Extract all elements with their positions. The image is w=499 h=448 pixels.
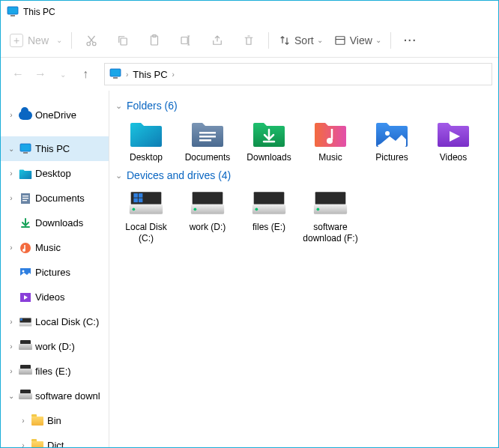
svg-rect-28 <box>133 199 138 203</box>
delete-button[interactable] <box>234 28 264 53</box>
svg-point-16 <box>22 249 25 252</box>
svg-point-31 <box>194 208 197 211</box>
more-button[interactable]: ··· <box>396 28 426 53</box>
sidebar-item-downloads[interactable]: Downloads <box>1 211 109 235</box>
folder-pictures[interactable]: Pictures <box>364 118 420 163</box>
svg-rect-27 <box>139 193 143 198</box>
svg-rect-14 <box>22 200 27 201</box>
svg-rect-6 <box>121 38 127 45</box>
sidebar-item-label: Videos <box>35 291 109 303</box>
plus-icon: + <box>10 34 23 47</box>
share-button[interactable] <box>202 28 232 53</box>
svg-point-33 <box>317 208 320 211</box>
sidebar-item-label: work (D:) <box>35 341 109 352</box>
pictures-icon <box>19 266 32 279</box>
folder-videos[interactable]: Videos <box>426 118 481 163</box>
chevron-right-icon: › <box>7 194 16 202</box>
item-label: Music <box>318 152 342 163</box>
copy-button[interactable] <box>108 28 138 53</box>
music-icon <box>313 118 348 148</box>
svg-point-32 <box>255 208 258 211</box>
folder-icon <box>31 439 44 448</box>
sidebar-item-local-disk[interactable]: › Local Disk (C:) <box>1 309 109 334</box>
chevron-right-icon: › <box>126 70 128 79</box>
cut-button[interactable] <box>76 28 106 53</box>
recent-button[interactable]: ⌄ <box>52 63 74 85</box>
sidebar-item-dict[interactable]: › Dict <box>1 433 109 447</box>
item-label: Documents <box>185 152 231 163</box>
chevron-down-icon: ⌄ <box>7 392 16 400</box>
rename-button[interactable] <box>171 28 201 53</box>
forward-button[interactable]: → <box>29 63 52 85</box>
up-button[interactable]: ↑ <box>74 63 97 85</box>
chevron-right-icon: › <box>19 417 28 425</box>
folders-grid: Desktop Documents Downloads Music Pictur… <box>114 118 494 163</box>
view-icon <box>333 34 347 47</box>
svg-rect-12 <box>22 196 28 196</box>
drive-icon <box>312 188 348 218</box>
folder-documents[interactable]: Documents <box>180 118 235 163</box>
svg-rect-10 <box>336 36 345 44</box>
drive-d[interactable]: work (D:) <box>180 187 235 244</box>
documents-icon <box>190 118 225 148</box>
chevron-right-icon: › <box>7 169 16 178</box>
chevron-right-icon: › <box>7 367 16 375</box>
sort-label: Sort <box>294 34 314 46</box>
sidebar-item-music[interactable]: › Music <box>1 235 109 260</box>
svg-rect-29 <box>139 199 143 203</box>
section-drives[interactable]: ⌄ Devices and drives (4) <box>115 169 494 181</box>
chevron-down-icon: ⌄ <box>56 36 62 44</box>
new-button[interactable]: + New ⌄ <box>5 28 67 53</box>
sort-icon <box>278 34 291 47</box>
folder-music[interactable]: Music <box>303 118 358 163</box>
sidebar-item-pictures[interactable]: Pictures <box>1 260 109 285</box>
rename-icon <box>179 34 193 47</box>
drive-e[interactable]: files (E:) <box>241 187 297 244</box>
cut-icon <box>85 34 98 47</box>
section-folders[interactable]: ⌄ Folders (6) <box>115 100 494 112</box>
pc-icon <box>109 68 121 80</box>
item-label: work (D:) <box>190 222 226 233</box>
svg-rect-26 <box>133 193 138 198</box>
main-content: ⌄ Folders (6) Desktop Documents Download… <box>109 91 498 447</box>
sidebar-item-software[interactable]: ⌄ software downl <box>1 384 109 408</box>
copy-icon <box>116 34 130 47</box>
navbar: ← → ⌄ ↑ › This PC › <box>1 58 498 91</box>
drive-icon <box>19 340 32 354</box>
paste-button[interactable] <box>139 28 169 53</box>
chevron-down-icon: ⌄ <box>375 36 381 44</box>
drive-c[interactable]: Local Disk (C:) <box>118 187 174 244</box>
sidebar-item-label: Local Disk (C:) <box>35 316 109 327</box>
sort-button[interactable]: Sort ⌄ <box>273 28 327 53</box>
toolbar: + New ⌄ Sort ⌄ View ⌄ ··· <box>1 23 498 58</box>
folder-desktop[interactable]: Desktop <box>118 118 174 163</box>
view-button[interactable]: View ⌄ <box>329 28 386 53</box>
sidebar-item-label: Desktop <box>35 168 109 179</box>
sidebar-item-desktop[interactable]: › Desktop <box>1 161 109 186</box>
back-button[interactable]: ← <box>7 63 29 85</box>
titlebar: This PC <box>1 1 498 23</box>
drives-grid: Local Disk (C:) work (D:) files (E:) sof… <box>114 187 494 244</box>
chevron-right-icon: › <box>19 441 28 447</box>
sidebar-item-bin[interactable]: › Bin <box>1 408 109 433</box>
sidebar-item-label: Pictures <box>35 267 109 278</box>
sidebar-item-documents[interactable]: › Documents <box>1 186 109 211</box>
svg-point-5 <box>93 42 97 46</box>
folder-downloads[interactable]: Downloads <box>241 118 297 163</box>
sidebar-item-work[interactable]: › work (D:) <box>1 334 109 359</box>
separator <box>71 32 72 49</box>
item-label: files (E:) <box>252 222 285 233</box>
window-title: This PC <box>23 7 55 17</box>
drive-f[interactable]: software download (F:) <box>303 187 358 244</box>
sidebar-item-onedrive[interactable]: › OneDrive <box>1 103 109 127</box>
desktop-icon <box>19 167 32 181</box>
chevron-right-icon: › <box>7 318 16 326</box>
drive-icon <box>19 365 32 378</box>
sidebar-item-this-pc[interactable]: ⌄ This PC <box>1 136 109 161</box>
breadcrumb[interactable]: › This PC › <box>104 63 492 85</box>
documents-icon <box>19 192 32 205</box>
sidebar-item-videos[interactable]: Videos <box>1 285 109 309</box>
svg-rect-9 <box>181 37 187 43</box>
cloud-icon <box>19 109 32 122</box>
sidebar-item-files[interactable]: › files (E:) <box>1 359 109 384</box>
